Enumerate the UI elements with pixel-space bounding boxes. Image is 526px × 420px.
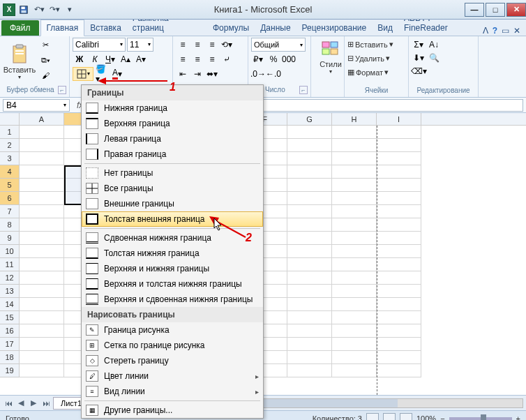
merge-icon[interactable]: ⬌▾	[205, 67, 219, 81]
dd-no-border[interactable]: Нет границы	[82, 165, 263, 181]
row-head-2[interactable]: 2	[0, 139, 20, 152]
cell[interactable]	[20, 258, 64, 271]
row-head-12[interactable]: 12	[0, 271, 20, 285]
grow-font-icon[interactable]: A▴	[119, 52, 133, 66]
select-all-corner[interactable]	[0, 113, 20, 125]
cell[interactable]	[377, 364, 421, 377]
row-head-19[interactable]: 19	[0, 364, 20, 377]
align-right-icon[interactable]: ≡	[205, 52, 219, 66]
cell[interactable]	[332, 338, 377, 351]
cell[interactable]	[287, 285, 332, 298]
align-bottom-icon[interactable]: ≡	[205, 38, 219, 52]
borders-button[interactable]: ▾	[73, 67, 93, 81]
cell[interactable]	[332, 351, 377, 364]
cell[interactable]	[20, 232, 64, 245]
cell[interactable]	[377, 311, 421, 324]
col-H[interactable]: H	[332, 113, 377, 125]
tab-file[interactable]: Файл	[1, 20, 39, 36]
cell[interactable]	[20, 126, 64, 139]
cell[interactable]	[377, 245, 421, 258]
dd-top-double-bottom[interactable]: Верхняя и сдвоенная нижняя границы	[82, 292, 263, 307]
cell[interactable]	[332, 205, 377, 218]
zoom-slider[interactable]	[449, 417, 512, 420]
dd-top-bottom[interactable]: Верхняя и нижняя границы	[82, 261, 263, 276]
cell[interactable]	[287, 324, 332, 338]
percent-icon[interactable]: %	[266, 52, 280, 66]
row-head-18[interactable]: 18	[0, 351, 20, 364]
dd-draw-grid[interactable]: ⊞Сетка по границе рисунка	[82, 338, 263, 353]
dd-draw-border[interactable]: ✎Граница рисунка	[82, 322, 263, 338]
tab-formulas[interactable]: Формулы	[207, 20, 255, 36]
cell[interactable]	[20, 165, 64, 179]
tab-review[interactable]: Рецензирование	[296, 20, 373, 36]
cell[interactable]	[20, 192, 64, 205]
minimize-ribbon-icon[interactable]: ᐱ	[483, 26, 488, 36]
cell[interactable]	[20, 351, 64, 364]
row-head-9[interactable]: 9	[0, 232, 20, 245]
window-close-small-icon[interactable]: ✕	[513, 26, 520, 36]
cell[interactable]	[377, 179, 421, 192]
zoom-in-icon[interactable]: +	[516, 414, 520, 421]
cell[interactable]	[377, 351, 421, 364]
cell[interactable]	[332, 152, 377, 165]
redo-icon[interactable]: ↷▾	[47, 3, 61, 17]
dd-erase-border[interactable]: ◇Стереть границу	[82, 353, 263, 368]
cell[interactable]	[20, 271, 64, 285]
cell[interactable]	[287, 351, 332, 364]
cell[interactable]	[377, 298, 421, 311]
insert-cells-button[interactable]: ⊞Вставить▾	[347, 38, 405, 51]
row-head-7[interactable]: 7	[0, 205, 20, 218]
sheet-nav-next-icon[interactable]: ▶	[28, 398, 39, 407]
dd-thick-bottom[interactable]: Толстая нижняя граница	[82, 246, 263, 261]
page-layout-view-icon[interactable]	[383, 413, 396, 421]
row-head-1[interactable]: 1	[0, 126, 20, 139]
cell[interactable]	[287, 245, 332, 258]
cell[interactable]	[377, 232, 421, 245]
bold-button[interactable]: Ж	[73, 52, 87, 66]
align-top-icon[interactable]: ≡	[176, 38, 190, 52]
cell[interactable]	[332, 271, 377, 285]
cell[interactable]	[377, 139, 421, 152]
align-center-icon[interactable]: ≡	[190, 52, 204, 66]
cell[interactable]	[287, 298, 332, 311]
cell[interactable]	[332, 139, 377, 152]
row-head-4[interactable]: 4	[0, 165, 20, 179]
qat-more-icon[interactable]: ▾	[63, 3, 77, 17]
close-button[interactable]: ✕	[506, 3, 526, 17]
dd-all-borders[interactable]: Все границы	[82, 181, 263, 196]
cell[interactable]	[332, 298, 377, 311]
sort-filter-icon[interactable]: A↓	[427, 38, 441, 52]
clipboard-dlg-icon[interactable]: ⌐	[58, 86, 66, 94]
dd-bottom-border[interactable]: Нижняя граница	[82, 100, 263, 116]
cell[interactable]	[332, 232, 377, 245]
cell[interactable]	[287, 364, 332, 377]
dd-line-color[interactable]: 🖊Цвет линии	[82, 368, 263, 384]
col-I[interactable]: I	[377, 113, 421, 125]
cell[interactable]	[287, 271, 332, 285]
col-G[interactable]: G	[287, 113, 332, 125]
row-head-16[interactable]: 16	[0, 324, 20, 338]
page-break-view-icon[interactable]	[400, 413, 412, 421]
sheet-nav-prev-icon[interactable]: ◀	[15, 398, 27, 407]
cell[interactable]	[20, 364, 64, 377]
cell[interactable]	[287, 192, 332, 205]
cell[interactable]	[377, 126, 421, 139]
dd-more-borders[interactable]: ▦Другие границы...	[82, 403, 263, 418]
row-head-3[interactable]: 3	[0, 152, 20, 165]
zoom-out-icon[interactable]: −	[440, 414, 444, 421]
dd-top-thick-bottom[interactable]: Верхняя и толстая нижняя границы	[82, 276, 263, 292]
cell[interactable]	[377, 152, 421, 165]
cell[interactable]	[332, 311, 377, 324]
styles-button[interactable]: Стили▾	[314, 38, 347, 75]
tab-insert[interactable]: Вставка	[84, 20, 127, 36]
maximize-button[interactable]: □	[486, 3, 505, 17]
increase-decimal-icon[interactable]: .0→	[251, 67, 265, 81]
cell[interactable]	[287, 218, 332, 232]
cell[interactable]	[20, 139, 64, 152]
find-icon[interactable]: 🔍	[427, 51, 441, 65]
cell[interactable]	[332, 218, 377, 232]
cell[interactable]	[20, 218, 64, 232]
cell[interactable]	[332, 192, 377, 205]
col-A[interactable]: A	[20, 113, 64, 125]
cell[interactable]	[377, 205, 421, 218]
